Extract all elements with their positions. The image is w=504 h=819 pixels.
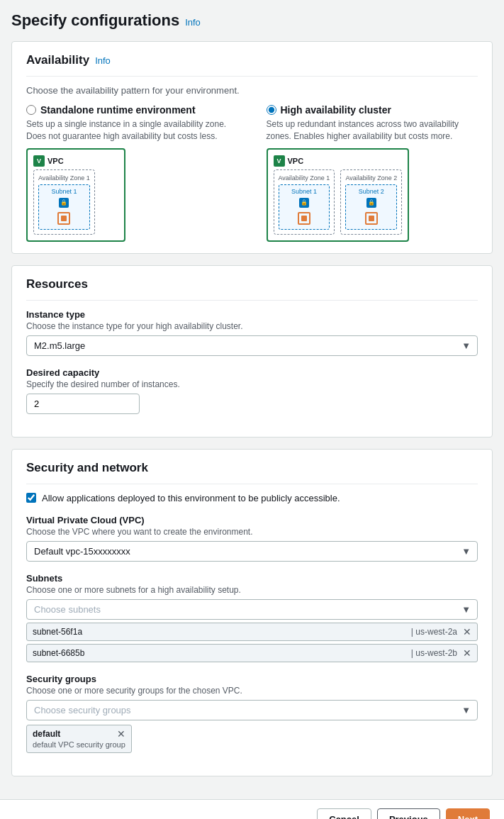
desired-capacity-hint: Specify the desired number of instances. xyxy=(26,379,478,389)
security-network-title: Security and network xyxy=(26,461,148,475)
public-access-row: Allow applications deployed to this envi… xyxy=(26,493,478,503)
security-groups-label: Security groups xyxy=(26,674,478,684)
page-info-link[interactable]: Info xyxy=(185,17,201,28)
ha-diagram: V VPC Availability Zone 1 Subnet 1 🔒 xyxy=(267,148,410,242)
ha-subnet1-label: Subnet 1 xyxy=(291,188,317,195)
standalone-az1: Availability Zone 1 Subnet 1 🔒 xyxy=(33,169,95,235)
standalone-desc: Sets up a single instance in a single av… xyxy=(26,118,238,143)
ha-az1-label: Availability Zone 1 xyxy=(279,174,330,182)
subnet-2-az: | us-west-2b xyxy=(411,648,457,658)
ha-option: High availability cluster Sets up redund… xyxy=(267,104,478,242)
ha-subnet2: Subnet 2 🔒 xyxy=(345,184,397,230)
subnet-tag-1: subnet-56f1a | us-west-2a ✕ xyxy=(26,623,478,641)
vpc-select[interactable]: Default vpc-15xxxxxxxx xyxy=(26,541,478,562)
vpc-label: Virtual Private Cloud (VPC) xyxy=(26,515,478,525)
ha-radio[interactable] xyxy=(267,105,276,115)
standalone-subnet1: Subnet 1 🔒 xyxy=(38,184,90,230)
subnets-label: Subnets xyxy=(26,573,478,584)
subnet-1-remove-button[interactable]: ✕ xyxy=(463,627,471,637)
standalone-radio[interactable] xyxy=(26,105,36,115)
vpc-icon-ha: V xyxy=(274,155,285,167)
security-group-default-desc: default VPC security group xyxy=(33,740,125,749)
availability-title: Availability xyxy=(26,53,89,67)
footer-bar: Cancel Previous Next xyxy=(0,799,504,819)
standalone-label: Standalone runtime environment xyxy=(40,104,196,116)
security-groups-hint: Choose one or more security groups for t… xyxy=(26,686,478,696)
subnets-hint: Choose one or more subnets for a high av… xyxy=(26,585,478,595)
ha-subnet2-label: Subnet 2 xyxy=(359,188,384,195)
vpc-group: Virtual Private Cloud (VPC) Choose the V… xyxy=(26,515,478,562)
vpc-select-wrapper: Default vpc-15xxxxxxxx ▼ xyxy=(26,541,478,562)
instance-icon-ha1 xyxy=(296,211,312,226)
ha-label: High availability cluster xyxy=(281,104,391,116)
subnet-2-remove-button[interactable]: ✕ xyxy=(463,648,471,658)
ha-subnet1: Subnet 1 🔒 xyxy=(279,184,330,230)
resources-title: Resources xyxy=(26,277,88,291)
page-title: Specify configurations xyxy=(11,11,179,30)
instance-type-group: Instance type Choose the instance type f… xyxy=(26,309,478,356)
security-network-section: Security and network Allow applications … xyxy=(11,449,493,776)
public-access-checkbox[interactable] xyxy=(26,493,36,503)
ha-az2-label: Availability Zone 2 xyxy=(345,174,397,182)
ha-az1: Availability Zone 1 Subnet 1 🔒 xyxy=(274,169,335,235)
instance-icon-ha2 xyxy=(364,211,379,226)
ha-desc: Sets up redundant instances across two a… xyxy=(267,118,478,143)
subnets-group: Subnets Choose one or more subnets for a… xyxy=(26,573,478,662)
cancel-button[interactable]: Cancel xyxy=(317,808,371,819)
desired-capacity-label: Desired capacity xyxy=(26,367,478,378)
availability-options: Standalone runtime environment Sets up a… xyxy=(26,104,478,242)
instance-type-label: Instance type xyxy=(26,309,478,320)
subnet-2-id: subnet-6685b xyxy=(33,648,411,658)
security-group-default-remove-button[interactable]: ✕ xyxy=(117,729,125,739)
public-access-label: Allow applications deployed to this envi… xyxy=(42,493,340,503)
next-button[interactable]: Next xyxy=(446,808,490,819)
subnet-icon-ha2: 🔒 xyxy=(366,198,376,208)
subnets-select-wrapper: Choose subnets ▼ xyxy=(26,599,478,620)
ha-az2: Availability Zone 2 Subnet 2 🔒 xyxy=(340,169,402,235)
subnet-1-az: | us-west-2a xyxy=(411,627,457,637)
desired-capacity-input[interactable] xyxy=(26,394,140,414)
availability-description: Choose the availability pattern for your… xyxy=(26,85,478,96)
subnet-1-id: subnet-56f1a xyxy=(33,627,411,637)
standalone-option: Standalone runtime environment Sets up a… xyxy=(26,104,238,242)
instance-icon-standalone xyxy=(56,211,72,226)
security-groups-select[interactable]: Choose security groups xyxy=(26,700,478,720)
standalone-subnet1-label: Subnet 1 xyxy=(51,188,77,195)
security-group-default-name: default xyxy=(33,729,60,739)
subnet-icon-standalone: 🔒 xyxy=(59,198,69,208)
standalone-diagram: V VPC Availability Zone 1 Subnet 1 🔒 xyxy=(26,148,125,242)
instance-type-hint: Choose the instance type for your high a… xyxy=(26,321,478,331)
security-groups-tags: default ✕ default VPC security group xyxy=(26,725,478,753)
previous-button[interactable]: Previous xyxy=(377,808,440,819)
security-groups-select-wrapper: Choose security groups ▼ xyxy=(26,700,478,720)
subnets-select[interactable]: Choose subnets xyxy=(26,599,478,620)
availability-info-link[interactable]: Info xyxy=(95,55,111,66)
instance-type-select-wrapper: M2.m5.large ▼ xyxy=(26,335,478,356)
vpc-hint: Choose the VPC where you want to create … xyxy=(26,527,478,537)
desired-capacity-group: Desired capacity Specify the desired num… xyxy=(26,367,478,414)
subnet-icon-ha1: 🔒 xyxy=(299,198,309,208)
ha-vpc-label: VPC xyxy=(288,157,304,165)
standalone-vpc-label: VPC xyxy=(47,157,64,165)
availability-section: Availability Info Choose the availabilit… xyxy=(11,41,493,254)
instance-type-select[interactable]: M2.m5.large xyxy=(26,335,478,356)
subnet-tag-2: subnet-6685b | us-west-2b ✕ xyxy=(26,644,478,662)
standalone-az1-label: Availability Zone 1 xyxy=(38,174,90,182)
security-group-default-tag: default ✕ default VPC security group xyxy=(26,725,132,753)
vpc-icon-standalone: V xyxy=(33,155,45,167)
security-groups-group: Security groups Choose one or more secur… xyxy=(26,674,478,753)
resources-section: Resources Instance type Choose the insta… xyxy=(11,265,493,438)
